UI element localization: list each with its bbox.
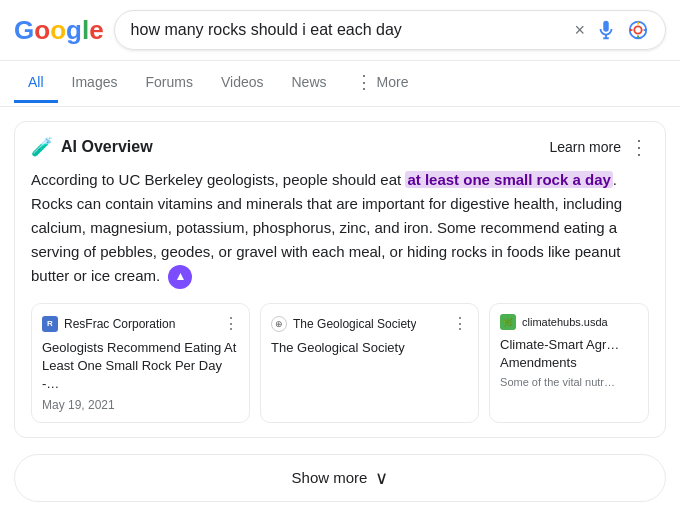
tab-videos[interactable]: Videos xyxy=(207,64,278,103)
header: Google × xyxy=(0,0,680,61)
source-card-climate[interactable]: 🌿 climatehubs.usda Climate-Smart Agr… Am… xyxy=(489,303,649,423)
source-title-climate: Climate-Smart Agr… Amendments xyxy=(500,336,638,372)
source-card-resfrac[interactable]: R ResFrac Corporation ⋮ Geologists Recom… xyxy=(31,303,250,423)
tab-forums[interactable]: Forums xyxy=(131,64,206,103)
flask-icon: 🧪 xyxy=(31,136,53,158)
ai-overview-more-icon[interactable]: ⋮ xyxy=(629,137,649,157)
tab-more[interactable]: ⋮ More xyxy=(341,61,423,106)
source-name-geological: The Geological Society xyxy=(293,317,416,331)
search-icons: × xyxy=(574,19,649,41)
more-dots-icon: ⋮ xyxy=(355,71,373,93)
ai-overview-body: According to UC Berkeley geologists, peo… xyxy=(31,168,649,289)
source-date-climate: Some of the vital nutr… xyxy=(500,376,638,388)
tab-all[interactable]: All xyxy=(14,64,58,103)
search-input[interactable] xyxy=(131,21,567,39)
favicon-climate: 🌿 xyxy=(500,314,516,330)
source-card-header-resfrac: R ResFrac Corporation ⋮ xyxy=(42,314,239,333)
ai-overview-title: AI Overview xyxy=(61,138,153,156)
google-lens-icon[interactable] xyxy=(627,19,649,41)
google-logo: Google xyxy=(14,15,104,46)
ai-overview-actions: Learn more ⋮ xyxy=(549,137,649,157)
source-name-resfrac: ResFrac Corporation xyxy=(64,317,175,331)
source-cards: R ResFrac Corporation ⋮ Geologists Recom… xyxy=(31,303,649,423)
tab-images[interactable]: Images xyxy=(58,64,132,103)
nav-tabs: All Images Forums Videos News ⋮ More xyxy=(0,61,680,107)
search-bar[interactable]: × xyxy=(114,10,666,50)
tab-news[interactable]: News xyxy=(278,64,341,103)
ai-overview-title-group: 🧪 AI Overview xyxy=(31,136,153,158)
learn-more-button[interactable]: Learn more xyxy=(549,139,621,155)
source-card-header-climate: 🌿 climatehubs.usda xyxy=(500,314,638,330)
ai-text-before-highlight: According to UC Berkeley geologists, peo… xyxy=(31,171,405,188)
source-date-resfrac: May 19, 2021 xyxy=(42,398,239,412)
clear-icon[interactable]: × xyxy=(574,21,585,39)
source-card-geological[interactable]: ⊕ The Geological Society ⋮ The Geologica… xyxy=(260,303,479,423)
source-title-resfrac: Geologists Recommend Eating At Least One… xyxy=(42,339,239,394)
source-more-icon-geological[interactable]: ⋮ xyxy=(452,314,468,333)
show-more-chevron-icon: ∨ xyxy=(375,467,388,489)
collapse-button[interactable]: ▲ xyxy=(168,265,192,289)
show-more-label: Show more xyxy=(292,469,368,486)
favicon-resfrac: R xyxy=(42,316,58,332)
ai-text-highlight: at least one small rock a day xyxy=(405,171,612,188)
source-card-header-geological: ⊕ The Geological Society ⋮ xyxy=(271,314,468,333)
favicon-geological: ⊕ xyxy=(271,316,287,332)
source-more-icon-resfrac[interactable]: ⋮ xyxy=(223,314,239,333)
source-title-geological: The Geological Society xyxy=(271,339,468,357)
ai-overview-section: 🧪 AI Overview Learn more ⋮ According to … xyxy=(14,121,666,438)
svg-point-1 xyxy=(634,26,641,33)
ai-overview-header: 🧪 AI Overview Learn more ⋮ xyxy=(31,136,649,158)
show-more-section[interactable]: Show more ∨ xyxy=(14,454,666,502)
source-name-climate: climatehubs.usda xyxy=(522,316,608,328)
microphone-icon[interactable] xyxy=(595,19,617,41)
